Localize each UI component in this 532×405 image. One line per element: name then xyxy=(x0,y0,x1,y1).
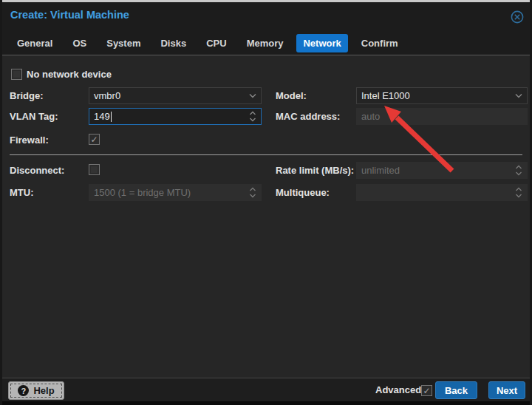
multiqueue-input[interactable] xyxy=(356,184,528,201)
question-mark-icon: ? xyxy=(18,385,29,396)
no-network-device-label: No network device xyxy=(27,66,112,83)
advanced-section-divider xyxy=(10,154,522,155)
dialog-title: Create: Virtual Machine xyxy=(10,9,129,21)
mtu-label: MTU: xyxy=(10,184,34,201)
rate-limit-input[interactable]: unlimited xyxy=(356,162,528,179)
chevron-down-icon[interactable] xyxy=(515,93,522,98)
firewall-checkbox[interactable]: ✓ xyxy=(89,134,100,145)
check-icon: ✓ xyxy=(423,386,430,396)
dialog-header: Create: Virtual Machine General OS Syste… xyxy=(2,2,530,55)
advanced-label: Advanced xyxy=(375,378,421,402)
disconnect-checkbox[interactable] xyxy=(89,164,100,175)
mac-address-label: MAC address: xyxy=(276,108,340,125)
dialog-footer: ? Help Advanced ✓ Back Next xyxy=(2,378,530,401)
close-icon[interactable] xyxy=(511,10,524,24)
mtu-input[interactable]: 1500 (1 = bridge MTU) xyxy=(89,184,262,201)
spinner-icon[interactable] xyxy=(249,187,256,198)
disconnect-label: Disconnect: xyxy=(10,162,64,179)
tab-memory[interactable]: Memory xyxy=(240,34,290,52)
tab-os[interactable]: OS xyxy=(66,34,93,52)
create-vm-dialog: Create: Virtual Machine General OS Syste… xyxy=(0,0,532,405)
next-button-label: Next xyxy=(497,385,517,396)
no-network-device-checkbox[interactable] xyxy=(11,69,22,80)
tab-general[interactable]: General xyxy=(10,34,59,52)
window-bottom-edge xyxy=(2,401,532,405)
tab-confirm[interactable]: Confirm xyxy=(355,34,405,52)
multiqueue-label: Multiqueue: xyxy=(276,184,330,201)
checkbox-empty xyxy=(91,166,98,173)
tab-disks[interactable]: Disks xyxy=(154,34,193,52)
model-select[interactable]: Intel E1000 xyxy=(356,87,528,104)
model-label: Model: xyxy=(276,87,307,104)
vlan-tag-input[interactable]: 149 xyxy=(89,108,262,125)
tab-cpu[interactable]: CPU xyxy=(200,34,233,52)
window-top-edge xyxy=(2,0,532,2)
wizard-tabbar: General OS System Disks CPU Memory Netwo… xyxy=(10,33,405,52)
mac-address-placeholder: auto xyxy=(361,111,380,122)
spinner-icon[interactable] xyxy=(249,111,256,122)
rate-limit-placeholder: unlimited xyxy=(361,165,400,176)
mac-address-input[interactable]: auto xyxy=(356,108,528,125)
checkbox-empty xyxy=(13,71,20,78)
advanced-checkbox[interactable]: ✓ xyxy=(421,385,432,396)
chevron-down-icon[interactable] xyxy=(249,93,256,98)
text-cursor xyxy=(111,112,112,122)
spinner-icon[interactable] xyxy=(515,187,522,198)
mtu-placeholder: 1500 (1 = bridge MTU) xyxy=(94,187,191,198)
vlan-tag-label: VLAN Tag: xyxy=(10,108,58,125)
bridge-label: Bridge: xyxy=(10,87,44,104)
bridge-value: vmbr0 xyxy=(94,90,120,101)
help-button[interactable]: ? Help xyxy=(8,381,64,400)
help-button-label: Help xyxy=(33,385,54,396)
spinner-icon[interactable] xyxy=(515,165,522,176)
model-value: Intel E1000 xyxy=(361,90,410,101)
rate-limit-label: Rate limit (MB/s): xyxy=(276,162,354,179)
back-button-label: Back xyxy=(445,385,468,396)
next-button[interactable]: Next xyxy=(488,381,525,399)
tab-network[interactable]: Network xyxy=(296,34,347,52)
firewall-label: Firewall: xyxy=(10,132,49,149)
tab-system[interactable]: System xyxy=(100,34,147,52)
vlan-tag-value: 149 xyxy=(94,111,110,122)
bridge-select[interactable]: vmbr0 xyxy=(89,87,262,104)
network-tab-panel: No network device Bridge: vmbr0 Model: I… xyxy=(2,56,530,378)
back-button[interactable]: Back xyxy=(435,381,477,399)
check-icon: ✓ xyxy=(90,135,98,145)
